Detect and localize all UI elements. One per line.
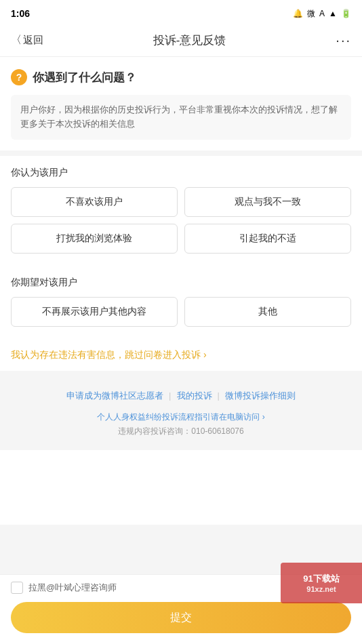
violation-link[interactable]: 我认为存在违法有害信息，跳过问卷进入投诉 › — [11, 349, 207, 360]
footer-sep-1: | — [169, 390, 171, 401]
more-button[interactable]: ··· — [336, 33, 351, 48]
complain-about-section: 你认为该用户 不喜欢该用户 观点与我不一致 打扰我的浏览体验 引起我的不适 — [0, 156, 362, 266]
footer-pc-text: 个人人身权益纠纷投诉流程指引请在电脑访问 › — [11, 410, 351, 425]
footer-phone-text: 违规内容投诉咨询：010-60618076 — [11, 424, 351, 439]
watermark-line2: 91xz.net — [306, 585, 336, 593]
info-box: 用户你好，因为根据你的历史投诉行为，平台非常重视你本次的投诉情况，想了解更多关于… — [11, 95, 351, 140]
expect-options-grid: 不再展示该用户其他内容 其他 — [11, 297, 351, 327]
question-title: 你遇到了什么问题？ — [33, 70, 136, 85]
footer-link-rules[interactable]: 微博投诉操作细则 — [225, 390, 296, 402]
nav-bar: 〈 返回 投诉-意见反馈 ··· — [0, 24, 362, 57]
violation-link-text: 我认为存在违法有害信息，跳过问卷进入投诉 — [11, 349, 203, 360]
expect-section: 你期望对该用户 不再展示该用户其他内容 其他 — [0, 266, 362, 339]
watermark: 91下载站 91xz.net — [281, 563, 362, 603]
footer-link-volunteer[interactable]: 申请成为微博社区志愿者 — [66, 390, 163, 402]
weibo-icon: 微 — [307, 8, 315, 20]
footer-pc-link[interactable]: 个人人身权益纠纷投诉流程指引请在电脑访问 › — [97, 412, 264, 422]
question-header: ? 你遇到了什么问题？ — [0, 57, 362, 95]
divider-2 — [0, 371, 362, 376]
divider-1 — [0, 150, 362, 156]
back-button[interactable]: 〈 返回 — [11, 33, 43, 47]
bottom-spacer — [0, 450, 362, 525]
wifi-icon: ▲ — [329, 9, 337, 18]
option-btn-1[interactable]: 不喜欢该用户 — [11, 187, 178, 217]
a-icon: A — [319, 9, 325, 18]
status-time: 1:06 — [11, 8, 30, 19]
watermark-line1: 91下载站 — [303, 573, 339, 585]
option-btn-3[interactable]: 打扰我的浏览体验 — [11, 224, 178, 254]
footer-links: 申请成为微博社区志愿者 | 我的投诉 | 微博投诉操作细则 — [11, 390, 351, 402]
expect-btn-2[interactable]: 其他 — [184, 297, 351, 327]
option-btn-4[interactable]: 引起我的不适 — [184, 224, 351, 254]
question-icon: ? — [11, 69, 27, 85]
checkbox-label: 拉黑@叶斌心理咨询师 — [28, 582, 117, 594]
chevron-left-icon: 〈 — [11, 33, 22, 47]
submit-button[interactable]: 提交 — [11, 602, 351, 633]
footer-sep-2: | — [218, 390, 220, 401]
footer-link-mycomplaints[interactable]: 我的投诉 — [177, 390, 212, 402]
expect-btn-1[interactable]: 不再展示该用户其他内容 — [11, 297, 178, 327]
expect-label: 你期望对该用户 — [11, 277, 351, 289]
back-label: 返回 — [23, 34, 43, 47]
bell-icon: 🔔 — [293, 9, 303, 18]
main-content: ? 你遇到了什么问题？ 用户你好，因为根据你的历史投诉行为，平台非常重视你本次的… — [0, 57, 362, 525]
footer-section: 申请成为微博社区志愿者 | 我的投诉 | 微博投诉操作细则 个人人身权益纠纷投诉… — [0, 376, 362, 450]
battery-icon: 🔋 — [341, 9, 351, 18]
blacklist-checkbox[interactable] — [11, 582, 23, 594]
status-icons: 🔔 微 A ▲ 🔋 — [293, 8, 351, 20]
complain-options-grid: 不喜欢该用户 观点与我不一致 打扰我的浏览体验 引起我的不适 — [11, 187, 351, 254]
violation-arrow-icon: › — [203, 349, 207, 360]
page-title: 投诉-意见反馈 — [153, 33, 226, 48]
option-btn-2[interactable]: 观点与我不一致 — [184, 187, 351, 217]
violation-link-section: 我认为存在违法有害信息，跳过问卷进入投诉 › — [0, 339, 362, 371]
complain-about-label: 你认为该用户 — [11, 167, 351, 179]
status-bar: 1:06 🔔 微 A ▲ 🔋 — [0, 0, 362, 24]
